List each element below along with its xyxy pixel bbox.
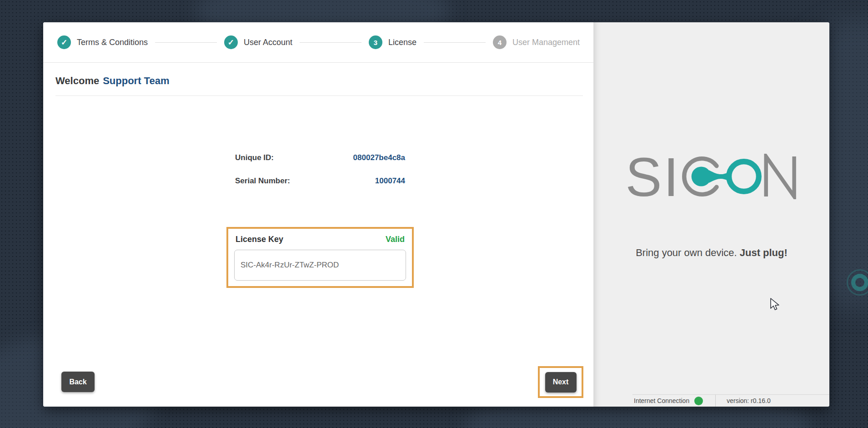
step-user-account[interactable]: ✓ User Account [224, 35, 292, 49]
back-button[interactable]: Back [61, 372, 95, 392]
check-circle-icon: ✓ [57, 35, 71, 49]
step-license[interactable]: 3 License [369, 35, 416, 49]
internet-connection-label: Internet Connection [634, 397, 689, 404]
panel-status-bar: Internet Connection version: r0.16.0 [632, 394, 829, 407]
license-valid-badge: Valid [386, 235, 405, 244]
setup-wizard-card: ✓ Terms & Conditions ✓ User Account 3 Li… [43, 22, 829, 407]
serial-number-label: Serial Number: [235, 176, 290, 186]
license-key-highlight-box: License Key Valid [226, 227, 414, 288]
stepper-connector-line [155, 42, 217, 43]
brand-tagline: Bring your own device.Just plug! [594, 247, 829, 259]
tagline-bold: Just plug! [740, 247, 788, 258]
welcome-text: Welcome [55, 75, 99, 86]
wizard-main-area: ✓ Terms & Conditions ✓ User Account 3 Li… [43, 22, 593, 407]
step-label: Terms & Conditions [77, 38, 148, 47]
status-divider [715, 395, 716, 407]
license-form: Unique ID: 080027be4c8a Serial Number: 1… [226, 153, 414, 288]
license-key-label: License Key [236, 235, 283, 244]
step-label: License [388, 38, 416, 47]
team-name-text: Support Team [103, 75, 169, 86]
background-ring-decoration [851, 274, 868, 291]
unique-id-label: Unique ID: [235, 153, 274, 162]
serial-number-value: 1000744 [375, 176, 405, 186]
step-number-icon: 4 [493, 35, 507, 49]
stepper-connector-line [300, 42, 361, 43]
step-label: User Account [244, 38, 292, 47]
check-circle-icon: ✓ [224, 35, 238, 49]
brand-panel: SI Bring your own device.Just plug! Inte… [593, 22, 829, 407]
next-button-highlight: Next [538, 366, 583, 398]
step-terms-and-conditions[interactable]: ✓ Terms & Conditions [57, 35, 148, 49]
tagline-normal: Bring your own device. [636, 247, 737, 258]
logo-dot [692, 166, 711, 186]
unique-id-row: Unique ID: 080027be4c8a [226, 153, 414, 163]
logo-connector [709, 170, 728, 183]
stepper-connector-line [424, 42, 486, 43]
step-user-management: 4 User Management [493, 35, 580, 49]
license-key-input[interactable] [234, 250, 406, 281]
connection-status-dot-icon [694, 397, 703, 405]
mouse-cursor-icon [770, 298, 781, 312]
logo-letter-o-ring [729, 161, 759, 191]
sicon-logo: SI [628, 154, 798, 199]
wizard-stepper: ✓ Terms & Conditions ✓ User Account 3 Li… [43, 22, 593, 63]
step-label: User Management [512, 38, 580, 47]
logo-letter-n [766, 156, 794, 196]
check-icon: ✓ [61, 39, 67, 46]
version-label: version: r0.16.0 [727, 397, 771, 404]
heading-divider [55, 96, 583, 96]
check-icon: ✓ [228, 39, 234, 46]
serial-number-row: Serial Number: 1000744 [226, 176, 414, 186]
step-number-icon: 3 [369, 35, 382, 49]
unique-id-value: 080027be4c8a [353, 153, 405, 162]
logo-letters-si: SI [628, 154, 680, 199]
next-button[interactable]: Next [545, 372, 577, 393]
license-key-header: License Key Valid [234, 235, 406, 244]
page-title: WelcomeSupport Team [55, 75, 169, 87]
